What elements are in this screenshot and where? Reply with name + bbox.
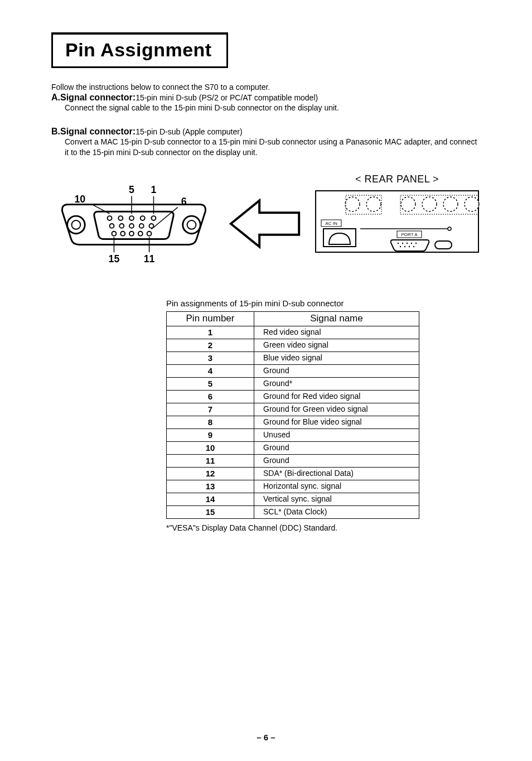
table-row: 1Red video signal (167, 326, 419, 339)
table-row: 14Vertical sync. signal (167, 493, 419, 505)
table-row: 5Ground* (167, 377, 419, 390)
svg-point-6 (129, 216, 134, 220)
document-page: Pin Assignment Follow the instructions b… (0, 0, 532, 761)
section-b: B.Signal connector:15-pin D-sub (Apple c… (51, 127, 481, 158)
svg-point-29 (422, 197, 437, 211)
pin-num: 7 (167, 403, 254, 416)
table-row: 2Green video signal (167, 339, 419, 351)
svg-point-46 (409, 245, 410, 247)
page-title: Pin Assignment (65, 39, 212, 60)
pin-label-15: 15 (109, 253, 120, 264)
pin-signal: Green video signal (254, 339, 419, 351)
svg-point-11 (129, 224, 134, 228)
svg-point-14 (112, 231, 116, 235)
pin-num: 6 (167, 390, 254, 403)
pin-num: 13 (167, 480, 254, 493)
svg-point-18 (147, 231, 152, 235)
pin-num: 1 (167, 326, 254, 339)
pin-assignment-table: Pin number Signal name 1Red video signal… (166, 311, 419, 519)
pin-signal: SCL* (Data Clock) (254, 505, 419, 518)
pin-num: 8 (167, 416, 254, 428)
pin-num: 15 (167, 505, 254, 518)
pin-label-6: 6 (181, 196, 187, 207)
table-row: 3Blue video signal (167, 351, 419, 364)
svg-point-41 (407, 242, 408, 243)
section-a-label: A.Signal connector: (51, 93, 136, 102)
svg-point-30 (443, 197, 458, 211)
pin-num: 9 (167, 428, 254, 441)
svg-point-17 (138, 231, 143, 235)
table-row: 11Ground (167, 454, 419, 467)
pin-signal: Unused (254, 428, 419, 441)
pin-num: 11 (167, 454, 254, 467)
svg-point-4 (108, 216, 112, 220)
svg-point-31 (465, 197, 479, 211)
svg-point-12 (139, 224, 144, 228)
svg-point-44 (400, 245, 401, 247)
svg-rect-48 (435, 241, 452, 249)
svg-point-15 (120, 231, 125, 235)
pin-num: 4 (167, 364, 254, 377)
svg-point-43 (415, 242, 417, 243)
pin-signal: Horizontal sync. signal (254, 480, 419, 493)
diagram-row: 1 5 6 10 11 15 < REAR PANEL > (51, 174, 481, 268)
svg-point-27 (366, 197, 381, 211)
pin-signal: Vertical sync. signal (254, 493, 419, 505)
svg-point-3 (187, 220, 196, 229)
svg-point-39 (398, 242, 399, 243)
table-row: 13Horizontal sync. signal (167, 480, 419, 493)
pin-num: 5 (167, 377, 254, 390)
svg-point-47 (413, 245, 414, 247)
svg-point-9 (110, 224, 114, 228)
table-header-row: Pin number Signal name (167, 311, 419, 326)
pin-signal: Ground* (254, 377, 419, 390)
table-row: 9Unused (167, 428, 419, 441)
section-a-tail: 15-pin mini D-sub (PS/2 or PC/AT compati… (136, 93, 318, 102)
svg-point-16 (129, 231, 134, 235)
table-row: 4Ground (167, 364, 419, 377)
header-signal-name: Signal name (254, 311, 419, 326)
pin-signal: Ground (254, 454, 419, 467)
pin-num: 10 (167, 441, 254, 454)
table-row: 15SCL* (Data Clock) (167, 505, 419, 518)
pin-label-10: 10 (74, 194, 85, 205)
svg-point-26 (345, 197, 360, 211)
pin-signal: Ground (254, 441, 419, 454)
page-number: – 6 – (0, 733, 532, 742)
pin-signal: SDA* (Bi-directional Data) (254, 467, 419, 480)
pin-signal: Ground for Blue video signal (254, 416, 419, 428)
pin-num: 12 (167, 467, 254, 480)
table-row: 6Ground for Red video signal (167, 390, 419, 403)
pin-signal: Red video signal (254, 326, 419, 339)
port-a-label: PORT A (401, 232, 418, 237)
arrow-icon (226, 174, 303, 268)
section-b-label: B.Signal connector: (51, 127, 136, 136)
table-row: 7Ground for Green video signal (167, 403, 419, 416)
footnote: *"VESA"s Display Data Channel (DDC) Stan… (166, 523, 481, 532)
svg-point-8 (152, 216, 156, 220)
pin-signal: Ground for Green video signal (254, 403, 419, 416)
intro-text: Follow the instructions below to connect… (51, 83, 481, 91)
svg-point-37 (448, 227, 451, 230)
svg-point-28 (401, 197, 415, 211)
table-title: Pin assignments of 15-pin mini D-sub con… (166, 298, 481, 308)
svg-point-42 (411, 242, 412, 243)
svg-point-5 (118, 216, 123, 220)
pin-num: 3 (167, 351, 254, 364)
rear-panel-label: < REAR PANEL > (313, 174, 481, 185)
pin-num: 14 (167, 493, 254, 505)
ac-in-label: AC IN (325, 221, 337, 226)
pin-signal: Ground (254, 364, 419, 377)
section-a: A.Signal connector:15-pin mini D-sub (PS… (51, 93, 481, 113)
table-row: 12SDA* (Bi-directional Data) (167, 467, 419, 480)
section-b-tail: 15-pin D-sub (Apple computer) (136, 127, 242, 136)
svg-point-45 (404, 245, 405, 247)
section-a-body: Connect the signal cable to the 15-pin m… (65, 103, 481, 113)
pin-signal: Blue video signal (254, 351, 419, 364)
section-b-body: Convert a MAC 15-pin D-sub connector to … (65, 137, 481, 158)
table-row: 8Ground for Blue video signal (167, 416, 419, 428)
svg-point-40 (402, 242, 403, 243)
table-row: 10Ground (167, 441, 419, 454)
dsub-connector-diagram: 1 5 6 10 11 15 (51, 174, 216, 268)
pin-num: 2 (167, 339, 254, 351)
